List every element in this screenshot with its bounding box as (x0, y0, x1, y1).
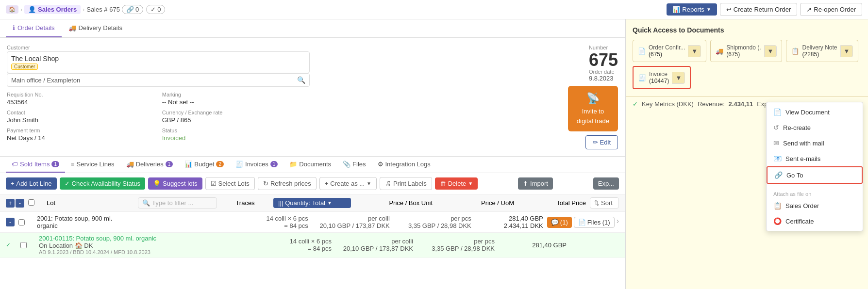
tab-delivery-details[interactable]: 🚚 Delivery Details (62, 19, 129, 37)
documents-icon: 📁 (289, 161, 297, 168)
search-icon: 🔍 (297, 76, 305, 84)
sort-header[interactable]: ⇅ Sort (590, 197, 619, 209)
doc-name-order: Order Confir... (649, 44, 685, 51)
breadcrumb-current-label: Sales # 675 (86, 6, 120, 13)
menu-view-document[interactable]: 📄 View Document (767, 104, 863, 120)
refresh-prices-button[interactable]: ↻ Refresh prices (258, 177, 317, 190)
reports-dropdown-arrow: ▼ (706, 7, 711, 12)
check-badge[interactable]: ✓ 0 (146, 5, 165, 14)
create-as-icon: + (325, 180, 329, 187)
select-lots-button[interactable]: ☑ Select Lots (205, 177, 255, 190)
import-icon: ⬆ (523, 180, 528, 187)
customer-box[interactable]: The Local Shop Customer (7, 51, 310, 73)
link-count: 0 (135, 6, 139, 13)
doc-card-invoice[interactable]: 🧾 Invoice (10447) ▼ (633, 66, 691, 89)
doc-card-order-confirm[interactable]: 📄 Order Confir... (675) ▼ (633, 40, 706, 62)
breadcrumb-current[interactable]: Sales # 675 (86, 6, 120, 13)
deliveries-badge: 1 (166, 161, 173, 167)
tab-deliveries[interactable]: 🚚 Deliveries 1 (120, 157, 179, 173)
tab-sold-items[interactable]: 🏷 Sold Items 1 (6, 157, 65, 173)
row-qty: 14 colli × 6 pcs = 84 pcs (231, 215, 308, 229)
doc-arrow-ship[interactable]: ▼ (764, 45, 777, 57)
menu-certificate[interactable]: ⭕ Certificate (767, 213, 863, 229)
menu-sent-emails[interactable]: 📧 Sent e-mails (767, 151, 863, 166)
office-row[interactable]: Main office / Exampleton 🔍 (7, 73, 310, 87)
print-labels-label: Print Labels (393, 180, 427, 187)
menu-send-mail[interactable]: ✉ Send with mail (767, 135, 863, 151)
sub-price-box: per colli 20,10 GBP / 173,87 DKK (335, 238, 413, 252)
suggest-lots-button[interactable]: 💡 Suggest lots (148, 177, 202, 190)
delete-button[interactable]: 🗑 Delete ▼ (435, 177, 478, 190)
link-icon: 🔗 (126, 6, 134, 13)
doc-card-shipmondo[interactable]: 🚚 Shipmondo (. (675) ▼ (710, 40, 782, 62)
reports-button[interactable]: 📊 Reports ▼ (667, 3, 717, 16)
table-header: + - Lot 🔍 Type to filter ... Traces (0, 194, 625, 212)
menu-sales-order[interactable]: 📋 Sales Order (767, 198, 863, 213)
create-return-button[interactable]: ↩ Create Return Order (720, 3, 798, 16)
doc-icon-order: 📄 (638, 48, 646, 55)
filter-icon: 🔍 (142, 199, 150, 207)
bottom-tabs: 🏷 Sold Items 1 ≡ Service Lines 🚚 Deliver… (0, 157, 625, 173)
currency-value: GBP / 865 (162, 116, 310, 124)
comment-button[interactable]: 💬 (1) (547, 217, 572, 228)
sub-lot-name: 2001-00115: Potato soup, 900 ml. organic (39, 235, 198, 242)
doc-arrow-delivery[interactable]: ▼ (840, 45, 853, 57)
doc-arrow-invoice[interactable]: ▼ (672, 72, 685, 84)
breadcrumb-sales-orders[interactable]: 👤 Sales Orders (24, 5, 81, 14)
service-lines-label: Service Lines (77, 161, 115, 168)
link-badge[interactable]: 🔗 0 (122, 5, 143, 14)
sent-emails-icon: 📧 (773, 155, 782, 162)
menu-section-label: Attach as file on (767, 188, 863, 198)
qty-icon: ||| (278, 199, 283, 207)
breadcrumb-sales-label: Sales Orders (38, 6, 77, 13)
row-checkbox[interactable] (18, 219, 33, 225)
comment-badge: (1) (560, 219, 568, 226)
menu-re-create[interactable]: ↺ Re-create (767, 120, 863, 135)
header-checkbox[interactable] (28, 199, 43, 207)
tab-integration-logs[interactable]: ⚙ Integration Logs (372, 157, 436, 173)
go-to-label: Go To (786, 172, 803, 179)
import-button[interactable]: ⬆ Import (518, 177, 553, 190)
sub-check-icon: ✓ (6, 241, 17, 248)
check-availability-button[interactable]: ✓ Check Availability Status (60, 177, 145, 190)
tab-service-lines[interactable]: ≡ Service Lines (65, 157, 120, 173)
metrics-check-icon: ✓ (633, 100, 638, 108)
tab-order-details[interactable]: ℹ Order Details (6, 19, 62, 37)
row-collapse-button[interactable]: - (6, 218, 15, 226)
sub-row-checkbox[interactable] (20, 242, 35, 248)
filter-col: 🔍 Type to filter ... (138, 197, 217, 209)
files-button[interactable]: 📄 Files (1) (574, 217, 615, 228)
menu-go-to[interactable]: 🔗 Go To (767, 166, 863, 184)
tab-budget[interactable]: 📊 Budget 2 (179, 157, 230, 173)
reopen-button[interactable]: ↗ Re-open Order (800, 3, 862, 16)
add-lot-line-button[interactable]: + Add Lot Line (6, 177, 57, 190)
quantity-total-btn[interactable]: ||| Quantity: Total ▼ (273, 198, 351, 208)
breadcrumb-home[interactable]: 🏠 (6, 5, 18, 14)
invoices-badge: 1 (270, 161, 278, 167)
sort-button[interactable]: ⇅ Sort (590, 197, 619, 209)
create-as-button[interactable]: + Create as ... ▼ (319, 177, 377, 190)
edit-button[interactable]: ✏ Edit (585, 135, 618, 149)
print-labels-button[interactable]: 🖨 Print Labels (380, 177, 432, 190)
quick-access-section: Quick Access to Documents 📄 Order Confir… (626, 19, 868, 96)
customer-tag: Customer (11, 64, 38, 70)
doc-card-delivery-note[interactable]: 📋 Delivery Note (2285) ▼ (786, 40, 858, 62)
tab-invoices[interactable]: 🧾 Invoices 1 (230, 157, 284, 173)
expand-all-button[interactable]: + (6, 199, 15, 208)
lot-filter-input[interactable]: 🔍 Type to filter ... (138, 197, 217, 209)
collapse-all-button[interactable]: - (16, 199, 24, 208)
integration-label: Integration Logs (385, 161, 431, 168)
tab-files[interactable]: 📎 Files (337, 157, 371, 173)
quantity-header[interactable]: ||| Quantity: Total ▼ (273, 198, 351, 208)
tab-documents[interactable]: 📁 Documents (284, 157, 337, 173)
doc-arrow-order[interactable]: ▼ (688, 45, 701, 57)
expand-row-button[interactable]: › (617, 217, 619, 228)
requisition-field: Requisition No. 453564 (7, 92, 154, 106)
sold-items-badge: 1 (51, 161, 59, 167)
customer-name: The Local Shop (11, 55, 305, 63)
export-button[interactable]: Exp... (593, 177, 619, 190)
invite-digital-trade-button[interactable]: 📡 Invite to digital trade (568, 86, 618, 131)
import-label: Import (530, 180, 548, 187)
doc-icon-invoice: 🧾 (638, 74, 646, 81)
status-field: Status Invoiced (162, 128, 310, 142)
